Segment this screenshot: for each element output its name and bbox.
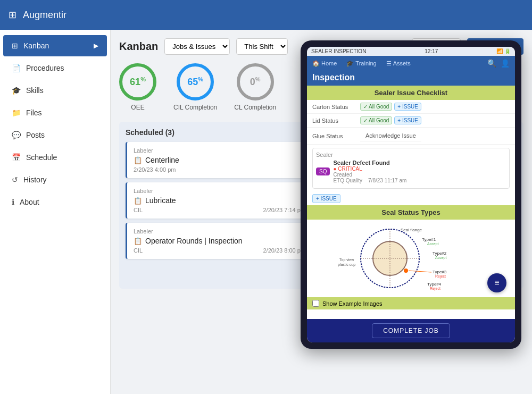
defect-title: Sealer Defect Found xyxy=(333,160,406,166)
card-centerline[interactable]: Labeler 📋 Centerline 2/20/23 4:00 pm xyxy=(126,142,312,178)
seal-svg: Seal flange Type#1 Accept Type#2 Accept … xyxy=(331,224,491,293)
tablet-screen: SEALER INSPECTION 12:17 📶 🔋 🏠 Home 🎓 Tra… xyxy=(307,47,515,342)
cil-label: CIL Completion xyxy=(173,104,217,111)
seal-diagram: Seal flange Type#1 Accept Type#2 Accept … xyxy=(307,220,515,297)
tablet-overlay: SEALER INSPECTION 12:17 📶 🔋 🏠 Home 🎓 Tra… xyxy=(301,40,521,349)
sidebar-label-posts: Posts xyxy=(26,131,45,139)
checklist-row-lid: Lid Status ✓ All Good + ISSUE xyxy=(307,114,515,128)
svg-text:Reject: Reject xyxy=(435,274,446,279)
card-meta: 2/20/23 4:00 pm xyxy=(134,166,305,173)
card-category: Labeler xyxy=(134,188,305,194)
oee-circle: 61% xyxy=(119,63,156,100)
scheduled-header: Scheduled (3) xyxy=(126,128,312,137)
svg-text:Type#3: Type#3 xyxy=(433,270,447,274)
main-layout: ⊞ Kanban ▶ 📄 Procedures 🎓 Skills 📁 Files… xyxy=(0,30,532,394)
checklist-header: Sealer Issue Checklist xyxy=(307,86,515,100)
tablet-content: Sealer Issue Checklist Carton Status ✓ A… xyxy=(307,86,515,319)
graduation-icon: 🎓 xyxy=(12,86,21,95)
tablet-footer: COMPLETE JOB xyxy=(307,319,515,342)
checklist-row-glue: Glue Status Acknowledge Issue xyxy=(307,128,515,145)
card-lubricate[interactable]: Labeler 📋 Lubricate CIL 2/20/23 7:14 pm xyxy=(126,182,312,219)
lid-issue-btn[interactable]: + ISSUE xyxy=(394,116,421,124)
carton-all-good: ✓ All Good xyxy=(360,103,392,111)
nav-home[interactable]: 🏠 Home xyxy=(312,60,337,67)
sidebar: ⊞ Kanban ▶ 📄 Procedures 🎓 Skills 📁 Files… xyxy=(0,30,111,394)
glue-acknowledge: Acknowledge Issue xyxy=(360,130,421,141)
card-operator-rounds[interactable]: Labeler 📋 Operator Rounds | Inspection C… xyxy=(126,223,312,259)
app-title: Augmentir xyxy=(23,10,66,21)
sidebar-label-procedures: Procedures xyxy=(26,64,64,72)
card-title: 📋 Operator Rounds | Inspection xyxy=(134,237,305,245)
info-icon: ℹ xyxy=(12,198,14,206)
scheduled-column: Scheduled (3) Labeler 📋 Centerline 2/20/… xyxy=(119,122,318,289)
stat-cl: 0% CL Completion xyxy=(234,63,276,111)
sidebar-label-about: About xyxy=(20,198,39,206)
svg-text:plastic cup: plastic cup xyxy=(338,263,355,267)
files-icon: 📁 xyxy=(12,108,21,117)
defect-severity: ● CRITICAL xyxy=(333,166,406,172)
add-issue-btn[interactable]: + ISSUE xyxy=(312,194,340,203)
filter-dropdown[interactable]: Jobs & Issues xyxy=(164,38,230,55)
card-category: Labeler xyxy=(134,147,305,154)
user-icon[interactable]: 👤 xyxy=(501,59,510,68)
sidebar-item-history[interactable]: ↺ History xyxy=(3,169,107,190)
svg-text:Accept: Accept xyxy=(427,242,438,246)
search-icon[interactable]: 🔍 xyxy=(487,59,496,68)
card-title: 📋 Lubricate xyxy=(134,196,305,205)
svg-text:Reject: Reject xyxy=(430,287,440,291)
history-icon: ↺ xyxy=(12,175,18,184)
sidebar-label-schedule: Schedule xyxy=(26,153,57,162)
defect-author-date: ETQ Quality 7/8/23 11:17 am xyxy=(333,178,406,183)
carton-status: ✓ All Good + ISSUE xyxy=(360,103,421,111)
sidebar-item-skills[interactable]: 🎓 Skills xyxy=(3,80,107,101)
sidebar-item-about[interactable]: ℹ About xyxy=(3,191,107,213)
grid-icon: ⊞ xyxy=(9,9,16,21)
file-icon: 📄 xyxy=(12,64,21,72)
complete-job-button[interactable]: COMPLETE JOB xyxy=(372,323,450,338)
sidebar-item-schedule[interactable]: 📅 Schedule xyxy=(3,147,107,168)
tablet-status-bar: SEALER INSPECTION 12:17 📶 🔋 xyxy=(307,47,515,56)
glue-label: Glue Status xyxy=(312,133,360,139)
cil-circle: 65% xyxy=(177,63,214,100)
tablet-nav-right: 🔍 👤 xyxy=(487,59,510,68)
stat-oee: 61% OEE xyxy=(119,63,156,111)
card-title: 📋 Centerline xyxy=(134,156,305,164)
svg-text:Accept: Accept xyxy=(435,256,446,260)
svg-text:Top view: Top view xyxy=(339,258,354,262)
cl-circle: 0% xyxy=(237,63,274,100)
fab-button[interactable]: ≡ xyxy=(487,273,506,292)
show-images-checkbox[interactable] xyxy=(312,300,319,307)
carton-issue-btn[interactable]: + ISSUE xyxy=(394,103,421,111)
doc-icon: 📋 xyxy=(134,156,142,164)
top-header: ⊞ Augmentir xyxy=(0,0,532,30)
lid-label: Lid Status xyxy=(312,118,360,124)
chat-icon: 💬 xyxy=(12,131,21,139)
sidebar-item-files[interactable]: 📁 Files xyxy=(3,102,107,123)
calendar-icon: 📅 xyxy=(12,153,21,162)
sidebar-label-history: History xyxy=(23,175,47,184)
sidebar-item-procedures[interactable]: 📄 Procedures xyxy=(3,57,107,79)
shift-dropdown[interactable]: This Shift xyxy=(236,38,288,55)
checklist-row-carton: Carton Status ✓ All Good + ISSUE xyxy=(307,100,515,114)
svg-text:Type#2: Type#2 xyxy=(433,251,447,256)
sidebar-label-files: Files xyxy=(26,108,42,117)
content-area: Kanban Jobs & Issues This Shift ↻ Refres… xyxy=(111,30,532,394)
nav-assets[interactable]: ☰ Assets xyxy=(386,60,411,67)
cl-label: CL Completion xyxy=(234,104,276,111)
sidebar-item-posts[interactable]: 💬 Posts xyxy=(3,124,107,146)
cl-value: 0% xyxy=(250,76,261,88)
tablet-app-name: SEALER INSPECTION xyxy=(311,48,366,54)
nav-training[interactable]: 🎓 Training xyxy=(346,60,376,67)
sidebar-label-skills: Skills xyxy=(26,86,44,95)
card-category: Labeler xyxy=(134,228,305,234)
svg-point-4 xyxy=(404,269,408,273)
stat-cil: 65% CIL Completion xyxy=(173,63,217,111)
card-meta: CIL 2/20/23 7:14 pm xyxy=(134,207,305,213)
svg-text:Type#4: Type#4 xyxy=(427,282,442,287)
defect-meta: Created xyxy=(333,172,406,178)
page-title: Kanban xyxy=(119,40,158,53)
chevron-right-icon: ▶ xyxy=(94,42,98,49)
defect-badge: SQ xyxy=(316,167,330,175)
cil-value: 65% xyxy=(187,76,203,88)
sidebar-item-kanban[interactable]: ⊞ Kanban ▶ xyxy=(3,35,107,56)
